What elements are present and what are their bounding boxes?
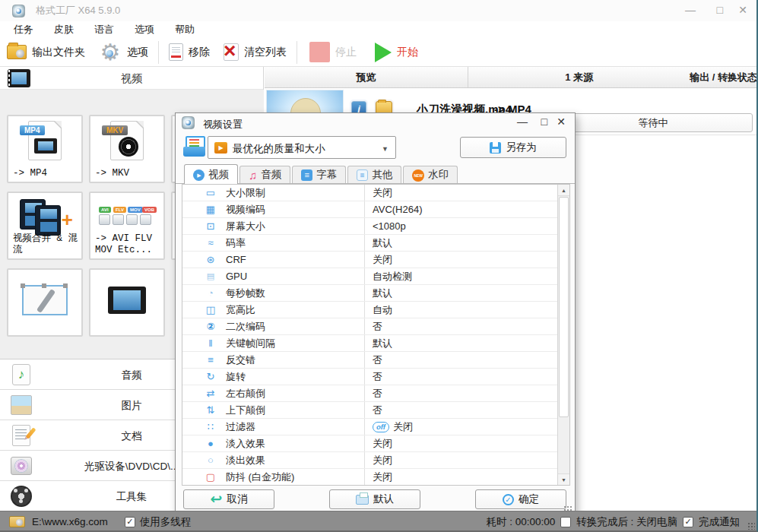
dialog-title: 视频设置 bbox=[203, 118, 243, 131]
close-icon[interactable]: ✕ bbox=[738, 5, 747, 15]
cancel-label: 取消 bbox=[227, 492, 247, 506]
setting-value[interactable]: 否 bbox=[364, 385, 569, 401]
window-resize-grip[interactable] bbox=[747, 522, 755, 530]
default-button[interactable]: 默认 bbox=[329, 489, 420, 509]
dialog-tab[interactable]: NEW 水印 bbox=[403, 166, 458, 183]
setting-row[interactable]: ○ 淡出效果 关闭 bbox=[182, 452, 569, 469]
setting-row[interactable]: ≡ 反交错 否 bbox=[182, 352, 569, 369]
setting-icon: ≈ bbox=[203, 237, 218, 249]
notify-checkbox[interactable]: ✓ bbox=[683, 517, 693, 527]
setting-value-text: 自动检测 bbox=[373, 270, 412, 283]
setting-value[interactable]: 关闭 bbox=[364, 469, 569, 485]
setting-row[interactable]: ● 淡入效果 关闭 bbox=[182, 435, 569, 452]
format-cell[interactable] bbox=[89, 268, 165, 337]
setting-row[interactable]: ◔ 每秒帧数 默认 bbox=[182, 285, 569, 302]
dialog-title-bar: 视频设置 — □ ✕ bbox=[176, 113, 575, 133]
format-cell[interactable]: AVIFLVMOVVOB -> AVI FLV MOV Etc... bbox=[89, 192, 165, 260]
music-note-icon: ♫ bbox=[249, 169, 257, 182]
dialog-tab[interactable]: ♫ 音频 bbox=[239, 166, 290, 183]
setting-row[interactable]: ◫ 宽高比 自动 bbox=[182, 302, 569, 318]
setting-row[interactable]: ⇅ 上下颠倒 否 bbox=[182, 402, 569, 419]
scrollbar[interactable]: ▲ ▼ bbox=[557, 185, 569, 485]
format-cell[interactable]: MP4 -> MP4 bbox=[7, 115, 83, 183]
start-button[interactable]: 开始 bbox=[368, 40, 425, 65]
multithread-checkbox[interactable]: ✓ bbox=[125, 517, 135, 527]
setting-value[interactable]: 自动检测 bbox=[364, 268, 569, 284]
setting-row[interactable]: ▦ 视频编码 AVC(H264) bbox=[182, 201, 569, 218]
setting-value[interactable]: 默认 bbox=[364, 285, 569, 301]
setting-value[interactable]: 默认 bbox=[364, 335, 569, 351]
menu-item[interactable]: 语言 bbox=[94, 23, 114, 36]
menu-item[interactable]: 皮肤 bbox=[54, 23, 74, 36]
cancel-button[interactable]: ↩ 取消 bbox=[183, 489, 274, 509]
scroll-down-icon[interactable]: ▼ bbox=[558, 473, 569, 485]
setting-value[interactable]: AVC(H264) bbox=[364, 201, 569, 217]
setting-row[interactable]: ▤ GPU 自动检测 bbox=[182, 268, 569, 285]
shutdown-checkbox[interactable] bbox=[560, 517, 571, 527]
clear-list-button[interactable]: 清空列表 bbox=[217, 40, 293, 65]
multithread-toggle[interactable]: ✓ 使用多线程 bbox=[125, 515, 192, 529]
dialog-close-icon[interactable]: ✕ bbox=[557, 116, 566, 127]
menu-item[interactable]: 选项 bbox=[135, 23, 154, 36]
ok-button[interactable]: ✓ 确定 bbox=[475, 489, 566, 509]
save-as-button[interactable]: 另存为 bbox=[460, 137, 566, 158]
setting-icon: ⊡ bbox=[203, 220, 218, 232]
setting-value-text: 关闭 bbox=[373, 437, 392, 451]
queue-column-header[interactable]: 预览 bbox=[265, 67, 468, 87]
scrollbar-thumb[interactable] bbox=[559, 197, 569, 417]
queue-column-header[interactable]: 输出 / 转换状态 bbox=[690, 67, 758, 87]
format-cell[interactable] bbox=[7, 268, 83, 337]
output-path[interactable]: E:\www.x6g.com bbox=[32, 516, 108, 527]
tab-icon: ▶ bbox=[193, 168, 205, 182]
format-cell[interactable]: MKV -> MKV bbox=[89, 115, 165, 183]
dialog-tab[interactable]: ≡ 其他 bbox=[347, 166, 401, 183]
setting-row[interactable]: ⊛ CRF 关闭 bbox=[182, 252, 569, 268]
options-button[interactable]: ⚙ 选项 bbox=[92, 40, 155, 65]
output-folder-button[interactable]: 输出文件夹 bbox=[0, 40, 92, 65]
scroll-up-icon[interactable]: ▲ bbox=[558, 185, 569, 196]
setting-value[interactable]: 关闭 bbox=[364, 435, 569, 451]
remove-label: 移除 bbox=[189, 46, 210, 59]
setting-value[interactable]: 关闭 bbox=[364, 252, 569, 268]
setting-row[interactable]: ⇄ 左右颠倒 否 bbox=[182, 385, 569, 402]
dialog-maximize-icon[interactable]: □ bbox=[541, 116, 547, 127]
setting-row[interactable]: ② 二次编码 否 bbox=[182, 318, 569, 335]
setting-row[interactable]: ▢ 防抖 (白金功能) 关闭 bbox=[182, 469, 569, 486]
minimize-icon[interactable]: — bbox=[685, 5, 696, 15]
setting-row[interactable]: ▭ 大小限制 关闭 bbox=[182, 185, 569, 201]
setting-value[interactable]: <1080p bbox=[364, 218, 569, 234]
queue-column-header[interactable]: 1 来源 bbox=[468, 67, 690, 87]
maximize-icon[interactable]: □ bbox=[717, 5, 723, 15]
format-label: 视频合并 & 混流 bbox=[13, 233, 81, 256]
setting-value[interactable]: 否 bbox=[364, 318, 569, 334]
stop-button[interactable]: 停止 bbox=[303, 40, 363, 65]
format-label: -> AVI FLV MOV Etc... bbox=[95, 233, 152, 256]
preset-select[interactable]: ▶ 最优化的质量和大小 ▼ bbox=[208, 136, 396, 159]
setting-row[interactable]: ‖ 关键帧间隔 默认 bbox=[182, 335, 569, 352]
sidebar-header-video[interactable]: 视频 bbox=[0, 67, 263, 90]
setting-row[interactable]: ↻ 旋转 否 bbox=[182, 369, 569, 385]
setting-value[interactable]: 默认 bbox=[364, 235, 569, 251]
output-path-folder-icon[interactable] bbox=[9, 516, 25, 527]
setting-icon: ▭ bbox=[203, 187, 218, 198]
dialog-minimize-icon[interactable]: — bbox=[517, 116, 528, 127]
setting-value[interactable]: 否 bbox=[364, 352, 569, 368]
setting-row[interactable]: ≈ 码率 默认 bbox=[182, 235, 569, 252]
menu-item[interactable]: 帮助 bbox=[175, 23, 195, 36]
menu-item[interactable]: 任务 bbox=[14, 23, 33, 36]
format-cell[interactable]: + 视频合并 & 混流 bbox=[7, 192, 83, 260]
dialog-tab[interactable]: ≡ 字幕 bbox=[292, 166, 346, 183]
setting-value[interactable]: 关闭 bbox=[364, 452, 569, 468]
dialog-tab[interactable]: ▶ 视频 bbox=[184, 164, 238, 184]
setting-value[interactable]: 否 bbox=[364, 402, 569, 418]
remove-button[interactable]: 移除 bbox=[162, 40, 217, 65]
setting-value-text: 否 bbox=[373, 404, 382, 417]
setting-value-text: <1080p bbox=[373, 220, 406, 232]
setting-row[interactable]: ⊡ 屏幕大小 <1080p bbox=[182, 218, 569, 235]
setting-value[interactable]: 关闭 bbox=[364, 185, 569, 201]
setting-row[interactable]: ∷ 过滤器 off 关闭 bbox=[182, 419, 569, 435]
setting-value[interactable]: 否 bbox=[364, 369, 569, 385]
setting-value[interactable]: off 关闭 bbox=[364, 419, 569, 435]
setting-value[interactable]: 自动 bbox=[364, 302, 569, 318]
new-badge-icon: NEW bbox=[412, 169, 424, 182]
